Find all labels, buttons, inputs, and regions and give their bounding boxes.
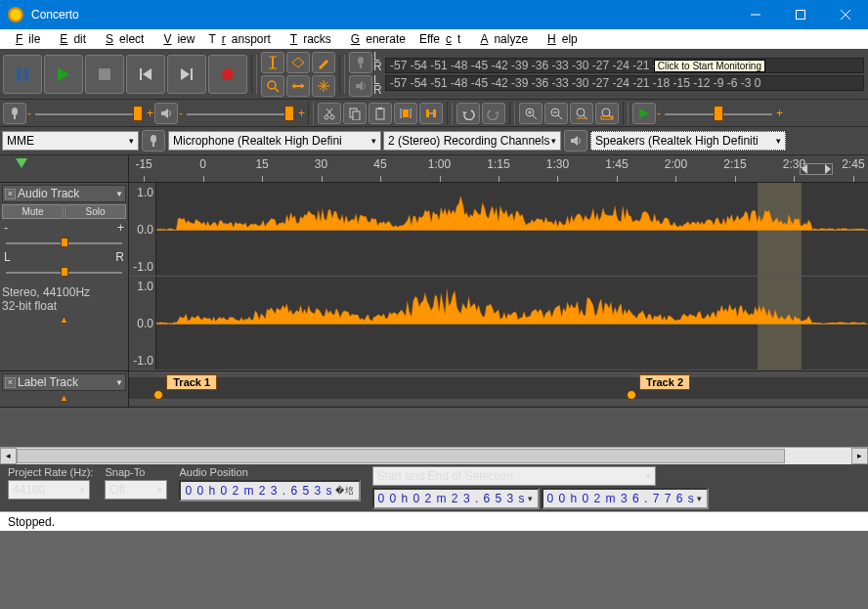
project-rate-combo[interactable]: 44100▾ — [8, 480, 90, 500]
project-rate-label: Project Rate (Hz): — [8, 466, 93, 478]
selection-mode-combo[interactable]: Start and End of Selection▾ — [372, 466, 656, 486]
scale-label: 1.0 — [137, 186, 153, 199]
recording-channels-combo[interactable]: 2 (Stereo) Recording Channels▾ — [383, 131, 561, 151]
record-meter-icon[interactable] — [349, 52, 372, 73]
selection-start-display[interactable]: 0 0 h 0 2 m 2 3 . 6 5 3 s▾ — [372, 488, 540, 509]
label-track-header[interactable]: × Label Track ▼ ▲ — [0, 371, 129, 407]
horizontal-scrollbar[interactable]: ◂ ▸ — [0, 447, 868, 463]
app-icon — [8, 7, 23, 22]
scroll-left-button[interactable]: ◂ — [0, 448, 17, 464]
scroll-thumb[interactable] — [17, 449, 785, 463]
waveform-left-channel[interactable]: 1.0 0.0 -1.0 — [129, 183, 868, 277]
track-pan-slider[interactable] — [6, 266, 122, 278]
playback-device-combo[interactable]: Speakers (Realtek High Definiti▾ — [590, 131, 786, 151]
track-menu-icon[interactable]: ▼ — [115, 190, 123, 198]
timeshift-tool-button[interactable] — [286, 75, 310, 97]
label-area[interactable]: Track 1Track 2 — [129, 371, 868, 405]
ruler-ticks[interactable]: -1501530451:001:151:301:452:002:152:302:… — [129, 155, 868, 182]
svg-rect-1 — [797, 11, 805, 20]
redo-button[interactable] — [482, 103, 505, 124]
recording-volume-slider[interactable] — [35, 103, 143, 124]
svg-line-17 — [275, 88, 279, 92]
paste-button[interactable] — [369, 103, 392, 124]
track-gain-slider[interactable] — [6, 237, 122, 248]
separator — [623, 102, 629, 125]
recording-device-value: Microphone (Realtek High Defini — [173, 134, 342, 148]
undo-button[interactable] — [456, 103, 480, 124]
pause-button[interactable] — [3, 55, 42, 94]
mute-button[interactable]: Mute — [2, 204, 64, 219]
scale-label: 0.0 — [137, 223, 153, 237]
menu-effect[interactable]: Effect — [413, 30, 466, 48]
audio-position-display[interactable]: 0 0 h 0 2 m 2 3 . 6 5 3 s�培 — [179, 480, 360, 501]
skip-end-button[interactable] — [167, 55, 206, 94]
snap-to-combo[interactable]: Off▾ — [105, 480, 167, 500]
zoom-tool-button[interactable] — [261, 75, 284, 97]
playback-meter[interactable]: -57 -54 -51 -48 -45 -42 -39 -36 -33 -30 … — [385, 75, 864, 91]
play-button[interactable] — [44, 55, 83, 94]
track-collapse-button[interactable]: ▲ — [2, 391, 126, 405]
zoom-out-button[interactable] — [544, 103, 568, 124]
gain-plus-label: + — [776, 107, 783, 120]
track-menu-icon[interactable]: ▼ — [115, 378, 123, 387]
menu-transport[interactable]: Transport — [202, 30, 276, 48]
audio-track-header[interactable]: × Audio Track ▼ Mute Solo -+ LR Stereo, … — [0, 183, 129, 370]
record-button[interactable] — [208, 55, 247, 94]
close-button[interactable] — [823, 0, 868, 29]
audio-host-combo[interactable]: MME▾ — [2, 131, 139, 151]
label-marker[interactable]: Track 1 — [158, 374, 217, 390]
menu-file[interactable]: File — [4, 30, 46, 48]
track-title: Audio Track — [18, 187, 79, 200]
svg-marker-6 — [58, 67, 69, 81]
waveform-area[interactable]: 1.0 0.0 -1.0 1.0 0.0 -1.0 — [129, 183, 868, 370]
svg-point-25 — [358, 57, 364, 65]
gain-plus-label: + — [298, 107, 305, 120]
waveform-right-channel[interactable]: 1.0 0.0 -1.0 — [129, 277, 868, 370]
menu-generate[interactable]: Generate — [339, 30, 412, 48]
menu-tracks[interactable]: Tracks — [279, 30, 337, 48]
track-close-button[interactable]: × — [5, 377, 16, 388]
fit-project-button[interactable] — [595, 103, 619, 124]
recording-device-combo[interactable]: Microphone (Realtek High Defini▾ — [168, 131, 381, 151]
maximize-button[interactable] — [778, 0, 823, 29]
playback-volume-slider[interactable] — [187, 103, 294, 124]
menu-help[interactable]: Help — [536, 30, 584, 48]
svg-rect-4 — [17, 67, 21, 81]
device-toolbar: MME▾ Microphone (Realtek High Defini▾ 2 … — [0, 127, 868, 155]
envelope-tool-button[interactable] — [286, 52, 310, 73]
menu-bar: File Edit Select View Transport Tracks G… — [0, 29, 868, 49]
timeline-ruler[interactable]: -1501530451:001:151:301:452:002:152:302:… — [0, 155, 868, 183]
skip-start-button[interactable] — [126, 55, 165, 94]
label-marker[interactable]: Track 2 — [631, 374, 690, 390]
mic-icon — [3, 103, 26, 124]
copy-button[interactable] — [343, 103, 367, 124]
menu-view[interactable]: View — [152, 30, 200, 48]
svg-point-31 — [325, 115, 328, 119]
stop-button[interactable] — [85, 55, 124, 94]
track-format-label: Stereo, 44100Hz — [2, 285, 126, 299]
svg-rect-37 — [376, 109, 384, 119]
fit-selection-button[interactable] — [570, 103, 593, 124]
draw-tool-button[interactable] — [312, 52, 335, 73]
menu-edit[interactable]: Edit — [48, 30, 92, 48]
silence-button[interactable] — [419, 103, 443, 124]
track-collapse-button[interactable]: ▲ — [2, 313, 126, 326]
playhead-marker-icon[interactable] — [16, 158, 27, 168]
zoom-in-button[interactable] — [519, 103, 542, 124]
minimize-button[interactable] — [733, 0, 778, 29]
scroll-right-button[interactable]: ▸ — [851, 448, 868, 464]
trim-button[interactable] — [394, 103, 417, 124]
menu-analyze[interactable]: Analyze — [468, 30, 534, 48]
playback-speed-slider[interactable] — [665, 103, 772, 124]
track-close-button[interactable]: × — [5, 189, 16, 199]
multi-tool-button[interactable] — [312, 75, 335, 97]
recording-meter[interactable]: -57 -54 -51 -48 -45 -42 -39 -36 -33 -30 … — [385, 58, 864, 73]
solo-button[interactable]: Solo — [65, 204, 126, 219]
playback-meter-icon[interactable] — [349, 75, 372, 97]
play-at-speed-button[interactable] — [632, 103, 656, 124]
cut-button[interactable] — [318, 103, 341, 124]
menu-select[interactable]: Select — [94, 30, 150, 48]
selection-end-display[interactable]: 0 0 h 0 2 m 3 6 . 7 7 6 s▾ — [542, 488, 709, 509]
selection-tool-button[interactable] — [261, 52, 284, 73]
status-text: Stopped. — [8, 515, 55, 529]
